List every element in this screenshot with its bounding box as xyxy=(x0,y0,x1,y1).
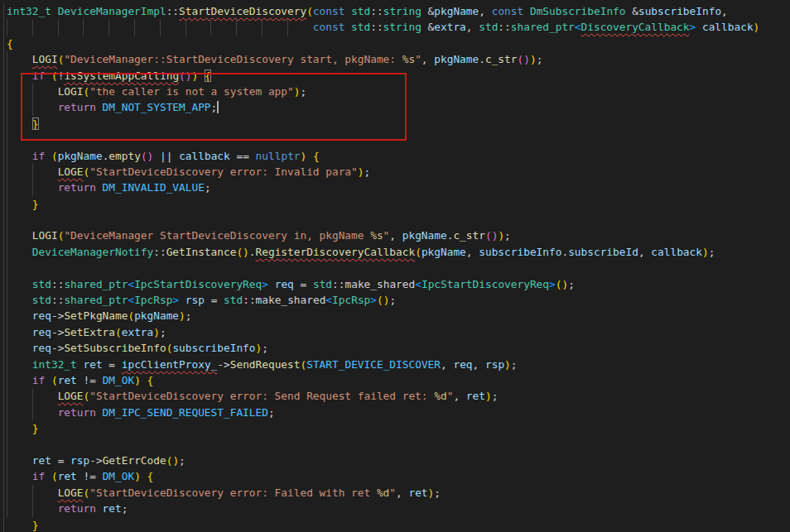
code-line[interactable]: LOGE("StartDeviceDiscovery error: Invali… xyxy=(7,164,759,180)
code-token: if xyxy=(32,374,45,386)
code-line[interactable]: { xyxy=(7,36,759,51)
code-token: < xyxy=(415,278,421,290)
code-line[interactable] xyxy=(7,437,759,453)
code-token xyxy=(344,5,351,17)
code-token: < xyxy=(325,294,332,306)
code-token: & xyxy=(421,21,434,33)
code-token: req xyxy=(32,342,51,354)
code-token: ; xyxy=(364,165,371,178)
code-line[interactable] xyxy=(7,260,759,276)
code-line[interactable]: } xyxy=(7,517,759,532)
code-token: ) xyxy=(358,165,364,178)
code-token: pkgName xyxy=(421,246,466,258)
code-token: -> xyxy=(51,342,64,354)
code-token: ; xyxy=(160,326,166,338)
code-token: subscribeInfo xyxy=(479,246,561,258)
code-token: shared_ptr xyxy=(64,294,128,306)
code-line[interactable]: std::shared_ptr<IpcRsp> rsp = std::make_… xyxy=(7,292,759,308)
code-line[interactable]: int32_t DeviceManagerImpl::StartDeviceDi… xyxy=(7,3,759,19)
code-line[interactable] xyxy=(7,212,759,228)
code-token: -> xyxy=(217,358,229,371)
code-token: ; xyxy=(492,390,499,402)
code-token: IpcStartDiscoveryReq xyxy=(421,278,549,290)
code-token: shared_ptr xyxy=(64,278,128,290)
code-line[interactable]: return ret; xyxy=(7,501,759,516)
code-line[interactable]: LOGI("DeviceManager::StartDeviceDiscover… xyxy=(7,51,759,67)
code-token: ; xyxy=(205,181,211,194)
indent-guide xyxy=(262,19,263,35)
code-token: ret xyxy=(103,502,122,515)
code-line[interactable]: if (!isSystemAppCalling()) { xyxy=(7,68,759,84)
code-token: DM_IPC_SEND_REQUEST_FAILED xyxy=(103,406,268,419)
code-line[interactable]: req->SetExtra(extra); xyxy=(7,324,759,340)
code-line[interactable] xyxy=(7,132,759,147)
code-token: . xyxy=(249,246,256,258)
code-line[interactable]: req->SetSubscribeInfo(subscribeInfo); xyxy=(7,340,759,356)
code-token: , xyxy=(389,229,402,242)
code-line[interactable]: const std::string &extra, std::shared_pt… xyxy=(7,19,759,35)
code-token: ) xyxy=(172,454,179,467)
code-token xyxy=(7,326,32,338)
code-line[interactable]: DeviceManagerNotify::GetInstance().Regis… xyxy=(7,244,759,260)
code-token: ( xyxy=(141,150,147,162)
code-editor[interactable]: int32_t DeviceManagerImpl::StartDeviceDi… xyxy=(0,0,790,532)
code-token: ret xyxy=(58,374,77,386)
code-token xyxy=(7,246,32,258)
code-line[interactable]: return DM_INVALID_VALUE; xyxy=(7,180,759,195)
code-token: DM_INVALID_VALUE xyxy=(103,181,205,194)
code-token: pkgName xyxy=(402,229,447,242)
code-line[interactable]: } xyxy=(7,116,759,132)
code-token: isSystemAppCalling xyxy=(64,69,179,82)
code-line[interactable]: if (pkgName.empty() || callback == nullp… xyxy=(7,148,759,164)
code-line[interactable]: ret = rsp->GetErrCode(); xyxy=(7,453,759,468)
indent-guide xyxy=(7,51,7,517)
code-token: return xyxy=(58,502,96,515)
code-token: ; xyxy=(511,358,518,371)
code-line[interactable]: LOGE("StartDeviceDiscovery error: Failed… xyxy=(7,485,759,501)
code-token: " xyxy=(415,53,421,65)
code-line[interactable]: std::shared_ptr<IpcStartDiscoveryReq> re… xyxy=(7,276,759,292)
code-token xyxy=(179,294,185,306)
code-token: "DeviceManager::StartDeviceDiscovery sta… xyxy=(64,53,402,65)
indent-guide xyxy=(58,19,59,35)
indent-guide xyxy=(134,19,135,35)
code-token: ( xyxy=(128,309,134,322)
indent-guide xyxy=(32,19,33,35)
code-token: return xyxy=(58,181,96,194)
code-token: SetPkgName xyxy=(64,309,128,322)
code-line[interactable]: } xyxy=(7,196,759,212)
code-line[interactable]: LOGI("the caller is not a system app"); xyxy=(7,84,759,99)
code-line[interactable]: req->SetPkgName(pkgName); xyxy=(7,308,759,324)
code-token: ; xyxy=(568,278,575,290)
indent-guide xyxy=(32,84,33,116)
code-line[interactable]: LOGE("StartDeviceDiscovery error: Send R… xyxy=(7,388,759,404)
code-token xyxy=(7,374,32,386)
code-token xyxy=(45,69,51,82)
code-line[interactable]: if (ret != DM_OK) { xyxy=(7,372,759,388)
code-token: } xyxy=(32,198,39,210)
code-token: pkgName xyxy=(134,309,179,322)
code-token: RegisterDiscoveryCallback xyxy=(256,246,416,258)
code-token: if xyxy=(32,69,45,82)
code-line[interactable]: int32_t ret = ipcClientProxy_->SendReque… xyxy=(7,357,759,372)
code-token: rsp xyxy=(70,454,89,467)
code-token: ( xyxy=(415,246,421,258)
code-token: int32_t xyxy=(7,5,51,17)
code-line[interactable]: if (ret != DM_OK) { xyxy=(7,468,759,484)
text-cursor xyxy=(217,101,219,113)
code-token: GetErrCode xyxy=(103,454,166,467)
code-token: subscribeInfo xyxy=(172,342,255,354)
code-line[interactable]: return DM_IPC_SEND_REQUEST_FAILED; xyxy=(7,405,759,420)
code-token xyxy=(7,422,32,434)
code-line[interactable]: return DM_NOT_SYSTEM_APP; xyxy=(7,99,759,115)
code-token xyxy=(141,470,147,482)
code-token: "StartDeviceDiscovery error: Send Reques… xyxy=(89,390,434,402)
code-token: , xyxy=(466,21,479,33)
code-line[interactable]: LOGI("DeviceManager StartDeviceDiscovery… xyxy=(7,228,759,243)
code-token: pkgName xyxy=(434,53,479,65)
code-token xyxy=(523,5,530,17)
indent-guide xyxy=(108,19,109,35)
code-token: DeviceManagerNotify xyxy=(32,246,153,258)
code-token xyxy=(7,229,32,242)
code-line[interactable]: } xyxy=(7,420,759,436)
